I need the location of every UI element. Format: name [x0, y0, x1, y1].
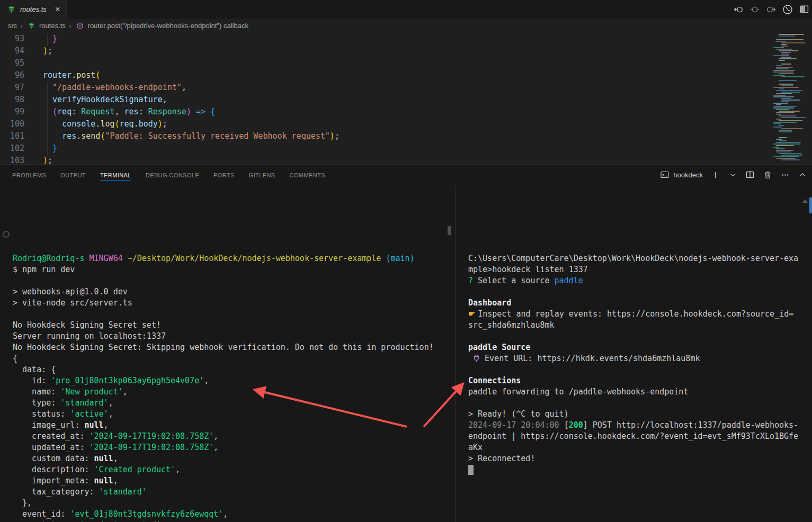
indent-guide: [57, 119, 57, 143]
minimap[interactable]: [772, 34, 806, 162]
terminal-session[interactable]: hookdeck: [659, 169, 703, 180]
split-terminal-icon[interactable]: [745, 169, 755, 180]
vscode-window: { "colors": { "accent_blue": "#0078D4", …: [0, 0, 812, 522]
scroll-grip-icon: [802, 199, 808, 203]
terminal-line: },: [13, 498, 456, 509]
terminal-line: No Hookdeck Signing Secret set!: [13, 320, 456, 331]
code-line: 96router.post(: [0, 69, 812, 82]
terminal-profile-dropdown-icon[interactable]: [727, 169, 738, 180]
breadcrumb-item-file[interactable]: routes.ts: [26, 21, 66, 31]
terminal-line: src_shda6mzhlau8mk: [468, 320, 812, 331]
code-line: 98 verifyHookdeckSignature,: [0, 94, 812, 106]
terminal-line: Rodriq@Rodriq-s MINGW64 ~/Desktop/Work/H…: [13, 253, 456, 264]
panel-tab-output[interactable]: OUTPUT: [60, 169, 86, 181]
routes-file-icon: [26, 21, 37, 31]
new-terminal-icon[interactable]: [710, 169, 720, 180]
terminal-line: ? Select a source paddle: [468, 275, 812, 286]
line-number: 95: [0, 57, 24, 69]
terminal-line: Event URL: https://hkdk.events/shda6mzhl…: [468, 353, 812, 364]
code-line: 102 }: [0, 142, 812, 155]
indent-guide: [47, 34, 48, 46]
panel-tab-gitlens[interactable]: GITLENS: [249, 169, 275, 181]
panel-tab-debug-console[interactable]: DEBUG CONSOLE: [146, 169, 199, 181]
terminal-line: > Reconnected!: [468, 453, 812, 464]
terminal-line: paddle Source: [468, 342, 812, 353]
breadcrumb-separator: ›: [69, 22, 72, 30]
split-editor-icon[interactable]: [799, 4, 809, 15]
terminal-line: type: 'standard',: [13, 398, 456, 409]
panel-tab-ports[interactable]: PORTS: [213, 169, 235, 181]
terminal-pane-npm[interactable]: Rodriq@Rodriq-s MINGW64 ~/Desktop/Work/H…: [0, 185, 456, 522]
navigate-position-icon[interactable]: [749, 4, 760, 15]
panel-tab-bar: PROBLEMSOUTPUTTERMINALDEBUG CONSOLEPORTS…: [12, 165, 325, 185]
terminal-line: $ npm run dev: [13, 264, 456, 275]
terminal-line: No Hookdeck Signing Secret: Skipping web…: [13, 342, 456, 353]
terminal-line: event_type: 'product.created',: [13, 520, 456, 522]
terminal-scrollbar-left[interactable]: [448, 226, 451, 235]
terminal-line: > vite-node src/server.ts: [13, 298, 456, 309]
symbol-method-icon: [75, 21, 85, 31]
line-number: 101: [0, 130, 24, 142]
tab-routes-ts[interactable]: routes.ts ×: [0, 0, 67, 19]
terminal-scrollbar-right[interactable]: [809, 197, 812, 213]
line-number: 102: [0, 142, 24, 155]
tab-close-icon[interactable]: ×: [55, 5, 60, 14]
terminal-line: event_id: 'evt_01j80nt3tgdsnvkfzy6z6ewqq…: [13, 509, 456, 520]
breadcrumb-item-src[interactable]: src: [8, 22, 17, 30]
code-line: 95: [0, 57, 812, 69]
line-number: 97: [0, 82, 24, 94]
navigate-back-icon[interactable]: [733, 4, 744, 15]
terminal-line: Dashboard: [468, 298, 812, 309]
terminal-line: 2024-09-17 20:04:00 [200] POST http://lo…: [468, 420, 812, 431]
panel-tab-comments[interactable]: COMMENTS: [290, 169, 325, 181]
code-line: 103);: [0, 155, 812, 164]
plug-icon: [473, 354, 480, 363]
terminal-pane-hookdeck[interactable]: C:\Users\ComputerCare\Desktop\Work\HookD…: [456, 185, 812, 522]
breadcrumb-item-symbol[interactable]: router.post("/pipedrive-webhooks-endpoin…: [75, 21, 248, 31]
terminal-line: custom_data: null,: [13, 453, 456, 464]
terminal-line: data: {: [13, 364, 456, 375]
code-line: 97 "/paddle-webhooks-endpoint",: [0, 82, 812, 94]
line-number: 98: [0, 94, 24, 106]
terminal-line: description: 'Created product',: [13, 464, 456, 475]
terminal-line: import_meta: null,: [13, 475, 456, 487]
navigate-forward-icon[interactable]: [766, 4, 777, 15]
terminal-line: Connections: [468, 375, 812, 386]
editor-tab-bar: routes.ts ×: [0, 0, 812, 19]
terminal-line: status: 'active',: [13, 409, 456, 420]
timeline-icon[interactable]: [782, 4, 793, 15]
code-line: 100 console.log(req.body);: [0, 118, 812, 130]
breadcrumb: src › routes.ts › router.post("/pipedriv…: [0, 19, 812, 33]
line-number: 96: [0, 69, 24, 82]
terminal-line: [13, 275, 456, 286]
terminal-line: [13, 309, 456, 320]
terminal-line: > webhooks-api@1.0.0 dev: [13, 286, 456, 298]
terminal-line: [468, 398, 812, 409]
maximize-panel-icon[interactable]: [797, 169, 808, 180]
terminal-line: C:\Users\ComputerCare\Desktop\Work\HookD…: [468, 253, 812, 264]
terminal-line: Server running on localhost:1337: [13, 331, 456, 342]
line-number: 100: [0, 118, 24, 130]
panel-tab-problems[interactable]: PROBLEMS: [12, 169, 46, 181]
terminal-line: tax_category: 'standard': [13, 487, 456, 498]
editor-actions: [733, 0, 809, 19]
terminal-line: endpoint | https://console.hookdeck.com/…: [468, 431, 812, 442]
line-number: 93: [0, 33, 24, 45]
terminal-line: ☛ Inspect and replay events: https://con…: [468, 309, 812, 320]
terminal-line: name: 'New product',: [13, 386, 456, 398]
breadcrumb-separator: ›: [20, 22, 23, 30]
terminal-line: {: [13, 353, 456, 364]
command-decoration-icon[interactable]: [3, 231, 10, 238]
terminal-line: [468, 464, 812, 475]
panel-tab-terminal[interactable]: TERMINAL: [100, 169, 131, 181]
kill-terminal-icon[interactable]: [762, 169, 773, 180]
terminal-line: mple>hookdeck listen 1337: [468, 264, 812, 275]
terminal-icon: [659, 169, 670, 180]
terminal-line: updated_at: '2024-09-17T19:02:08.758Z',: [13, 442, 456, 453]
terminal-session-label: hookdeck: [673, 171, 703, 179]
indent-guide: [47, 83, 48, 156]
code-line: 101 res.send("Paddle: Successfully recei…: [0, 130, 812, 142]
code-editor[interactable]: 93 }94);9596router.post(97 "/paddle-webh…: [0, 33, 812, 164]
terminal-line: [468, 364, 812, 375]
more-actions-icon[interactable]: [780, 169, 790, 180]
